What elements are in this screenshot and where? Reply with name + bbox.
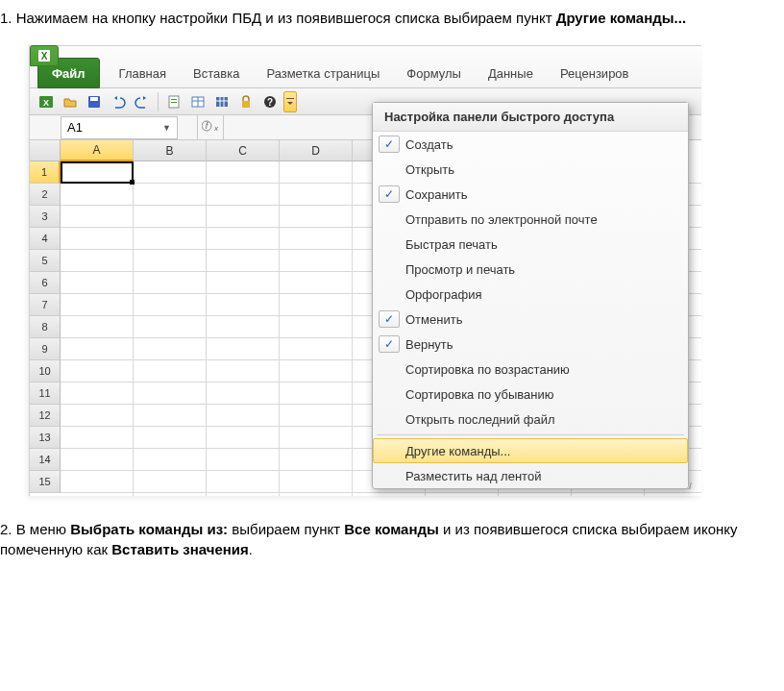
column-header[interactable]: A <box>61 140 134 161</box>
row-header[interactable]: 2 <box>30 184 61 206</box>
tab-page-layout[interactable]: Разметка страницы <box>253 59 393 87</box>
svg-text:X: X <box>43 98 49 108</box>
active-cell[interactable] <box>61 161 134 184</box>
svg-rect-8 <box>171 102 177 103</box>
menu-item[interactable]: Сортировка по возрастанию <box>373 357 688 382</box>
row-header[interactable]: 13 <box>30 427 61 449</box>
svg-rect-16 <box>242 101 250 108</box>
svg-rect-7 <box>171 99 177 100</box>
row-header[interactable]: 7 <box>30 294 61 316</box>
row-header[interactable]: 9 <box>30 338 61 360</box>
row-header[interactable]: 12 <box>30 405 61 427</box>
menu-item-label: Открыть <box>405 162 454 177</box>
checkbox-empty <box>379 410 400 428</box>
qat-doc-icon[interactable] <box>163 91 184 112</box>
checkmark-icon <box>379 310 400 328</box>
checkbox-empty <box>379 210 400 228</box>
svg-text:x: x <box>213 124 219 133</box>
checkbox-empty <box>379 385 400 403</box>
tab-home[interactable]: Главная <box>106 59 180 87</box>
menu-placement[interactable]: Разместить над лентой <box>373 463 688 488</box>
menu-item-label: Создать <box>405 137 453 152</box>
svg-text:X: X <box>41 51 48 62</box>
instruction-1: 1. Нажимаем на кнопку настройки ПБД и из… <box>0 8 772 28</box>
svg-text:?: ? <box>267 97 273 108</box>
menu-item-label: Вернуть <box>405 337 453 352</box>
column-header[interactable]: C <box>207 140 280 161</box>
row-header[interactable]: 11 <box>30 383 61 405</box>
row-header[interactable]: 8 <box>30 316 61 338</box>
checkmark-icon <box>379 136 400 153</box>
tab-insert[interactable]: Вставка <box>180 59 253 87</box>
name-box[interactable]: A1 ▼ <box>61 116 178 139</box>
checkbox-empty <box>379 235 400 253</box>
menu-item-label: Отправить по электронной почте <box>405 212 598 227</box>
ribbon-tabs: Файл Главная Вставка Разметка страницы Ф… <box>30 46 701 88</box>
menu-title: Настройка панели быстрого доступа <box>373 103 688 132</box>
qat-save-icon[interactable] <box>84 91 105 112</box>
row-header[interactable]: 3 <box>30 206 61 228</box>
menu-item[interactable]: Быстрая печать <box>373 232 688 257</box>
menu-item[interactable]: Открыть последний файл <box>373 407 688 432</box>
qat-open-icon[interactable] <box>60 91 81 112</box>
qat-excel-icon[interactable]: X <box>36 91 57 112</box>
checkmark-icon <box>379 335 400 353</box>
app-icon: X <box>30 45 59 66</box>
menu-more-commands[interactable]: Другие команды... <box>373 438 688 463</box>
checkbox-empty <box>379 260 400 278</box>
customize-qat-menu: Настройка панели быстрого доступа Создат… <box>372 102 689 489</box>
qat-customize-dropdown[interactable] <box>283 91 297 112</box>
menu-item[interactable]: Отправить по электронной почте <box>373 207 688 232</box>
row-header[interactable]: 10 <box>30 360 61 383</box>
checkbox-empty <box>379 160 400 178</box>
menu-item[interactable]: Просмотр и печать <box>373 257 688 282</box>
menu-item-label: Быстрая печать <box>405 237 498 252</box>
row-header[interactable]: 15 <box>30 471 61 493</box>
svg-rect-5 <box>90 97 98 101</box>
menu-item[interactable]: Отменить <box>373 307 688 332</box>
svg-rect-12 <box>216 97 228 107</box>
tab-formulas[interactable]: Формулы <box>393 59 475 87</box>
menu-item-label: Просмотр и печать <box>405 262 515 277</box>
menu-item-label: Открыть последний файл <box>405 412 555 427</box>
row-header[interactable]: 4 <box>30 228 61 250</box>
svg-rect-19 <box>286 98 294 99</box>
menu-item[interactable]: Создать <box>373 132 688 157</box>
row-header[interactable]: 6 <box>30 272 61 294</box>
menu-item[interactable]: Сортировка по убыванию <box>373 382 688 407</box>
menu-item[interactable]: Сохранить <box>373 182 688 207</box>
row-header[interactable]: 14 <box>30 449 61 471</box>
menu-item[interactable]: Вернуть <box>373 332 688 357</box>
qat-grid-icon[interactable] <box>211 91 233 112</box>
menu-item-label: Сортировка по убыванию <box>405 387 553 402</box>
tab-review[interactable]: Рецензиров <box>547 59 643 87</box>
checkbox-empty <box>379 360 400 378</box>
qat-help-icon[interactable]: ? <box>259 91 281 112</box>
menu-separator <box>377 434 684 435</box>
svg-text:f: f <box>206 121 209 131</box>
menu-item-label: Сортировка по возрастанию <box>405 362 570 377</box>
qat-separator <box>158 92 159 111</box>
chevron-down-icon <box>286 97 294 107</box>
excel-screenshot: X Файл Главная Вставка Разметка страницы… <box>29 45 701 496</box>
qat-table-icon[interactable] <box>187 91 208 112</box>
qat-redo-icon[interactable] <box>132 91 153 112</box>
qat-lock-icon[interactable] <box>235 91 257 112</box>
instruction-2: 2. В меню Выбрать команды из: выбираем п… <box>0 519 772 559</box>
checkbox-empty <box>379 285 400 303</box>
checkmark-icon <box>379 185 400 203</box>
column-header[interactable]: B <box>134 140 207 161</box>
menu-item-label: Отменить <box>405 312 462 327</box>
column-header[interactable]: D <box>280 140 353 161</box>
menu-item[interactable]: Орфография <box>373 282 688 307</box>
menu-item[interactable]: Открыть <box>373 157 688 182</box>
qat-undo-icon[interactable] <box>108 91 129 112</box>
menu-item-label: Сохранить <box>405 187 468 202</box>
tab-data[interactable]: Данные <box>475 59 547 87</box>
menu-item-label: Орфография <box>405 287 481 302</box>
select-all-corner[interactable] <box>30 140 61 161</box>
row-header[interactable]: 1 <box>30 161 61 184</box>
fx-icon[interactable]: fx <box>202 118 219 137</box>
chevron-down-icon: ▼ <box>162 123 171 133</box>
row-header[interactable]: 5 <box>30 250 61 272</box>
